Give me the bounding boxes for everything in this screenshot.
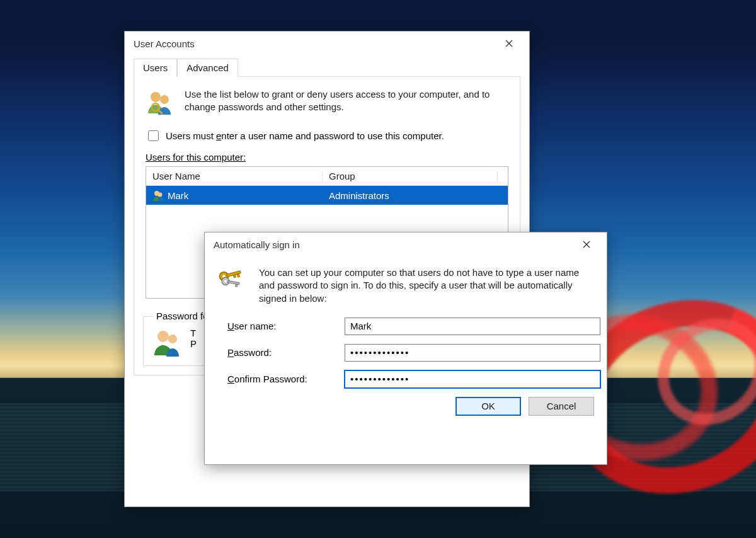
user-icon [152, 190, 164, 201]
cell-username: Mark [168, 190, 188, 201]
cell-group: Administrators [323, 190, 498, 201]
password-label: Password: [227, 347, 345, 358]
svg-rect-14 [228, 281, 239, 285]
require-login-label: Users must enter a user name and passwor… [166, 130, 444, 141]
intro-row: Use the list below to grant or deny user… [146, 88, 508, 116]
username-input[interactable] [345, 318, 600, 335]
intro-text: Use the list below to grant or deny user… [185, 88, 508, 116]
row-username: User name: [227, 318, 594, 335]
dialog-button-row: OK Cancel [217, 397, 594, 416]
window-title: Automatically sign in [214, 239, 300, 250]
row-password: Password: [227, 344, 594, 362]
svg-rect-11 [233, 275, 236, 278]
title-bar[interactable]: Automatically sign in [205, 232, 607, 256]
tab-advanced[interactable]: Advanced [177, 59, 238, 77]
users-list-row[interactable]: Mark Administrators [146, 186, 508, 205]
require-login-row[interactable]: Users must enter a user name and passwor… [146, 129, 508, 143]
desktop-background: User Accounts Users Advanced [0, 0, 756, 538]
title-bar[interactable]: User Accounts [125, 31, 529, 55]
svg-point-1 [160, 95, 169, 104]
users-icon [146, 88, 173, 116]
close-icon [505, 40, 513, 47]
username-label: User name: [227, 321, 345, 331]
keys-icon [217, 266, 245, 297]
tab-strip: Users Advanced [134, 58, 520, 77]
user-icon [152, 328, 181, 357]
users-list-label: Users for this computer: [146, 152, 508, 163]
svg-point-5 [158, 331, 169, 342]
svg-point-4 [158, 193, 163, 197]
require-login-checkbox[interactable] [148, 130, 159, 141]
users-list-header[interactable]: User Name Group [146, 167, 508, 186]
col-username[interactable]: User Name [146, 171, 323, 181]
password-groupbox-text: T P [190, 328, 197, 357]
auto-sign-in-dialog: Automatically sign in [204, 232, 607, 465]
confirm-label: Confirm Password: [227, 374, 345, 384]
col-group[interactable]: Group [323, 171, 498, 181]
window-title: User Accounts [134, 38, 195, 49]
svg-rect-15 [236, 284, 238, 287]
close-icon [583, 241, 590, 248]
intro-text: You can set up your computer so that use… [259, 266, 594, 305]
cancel-button[interactable]: Cancel [529, 397, 594, 416]
password-input[interactable] [345, 344, 600, 362]
confirm-password-input[interactable] [345, 370, 600, 388]
close-button[interactable] [495, 34, 523, 53]
tab-users[interactable]: Users [134, 59, 177, 77]
dialog-body: You can set up your computer so that use… [205, 256, 607, 426]
svg-point-6 [168, 335, 177, 343]
row-confirm: Confirm Password: [227, 370, 594, 388]
form: User name: Password: Confirm Password: [227, 318, 594, 388]
intro-row: You can set up your computer so that use… [217, 266, 594, 305]
ok-button[interactable]: OK [455, 397, 521, 416]
svg-rect-10 [237, 273, 239, 277]
svg-point-0 [151, 92, 161, 102]
close-button[interactable] [573, 235, 600, 254]
